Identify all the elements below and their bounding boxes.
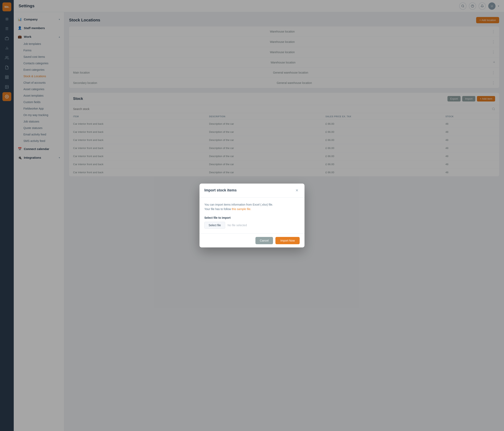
modal-close-button[interactable]: ✕ [294, 187, 300, 193]
no-file-text: No file selected [228, 224, 247, 227]
modal-overlay[interactable]: Import stock items ✕ You can import item… [0, 0, 504, 431]
modal-footer: Cancel Import Now [199, 234, 305, 247]
cancel-button[interactable]: Cancel [255, 237, 273, 244]
select-file-button[interactable]: Select file [204, 222, 225, 229]
file-select-row: Select file No file selected [204, 222, 300, 229]
sample-file-link[interactable]: this sample file. [232, 207, 251, 211]
select-file-label: Select file to import [204, 216, 300, 219]
modal-description: You can import items information from Ex… [204, 202, 300, 211]
import-now-button[interactable]: Import Now [275, 237, 300, 244]
modal-header: Import stock items ✕ [199, 184, 305, 197]
modal-body: You can import items information from Ex… [199, 197, 305, 234]
modal-title: Import stock items [204, 188, 237, 192]
import-modal: Import stock items ✕ You can import item… [199, 184, 305, 248]
